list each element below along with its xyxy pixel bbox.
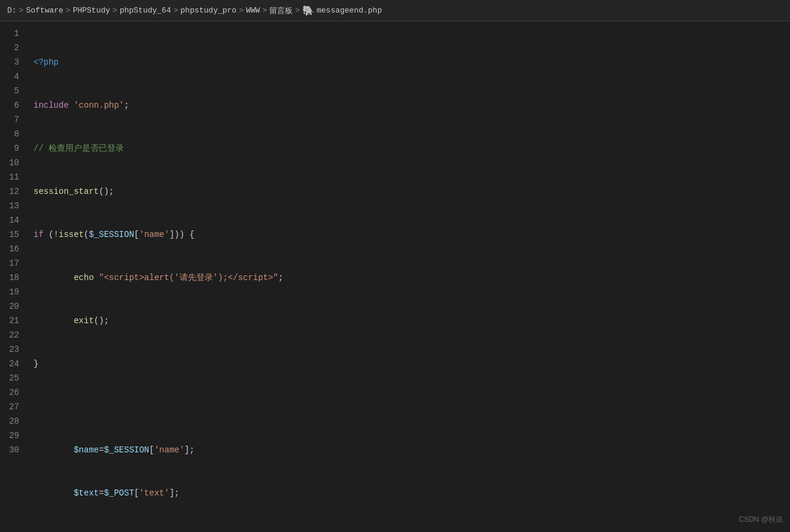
breadcrumb: D: > Software > PHPStudy > phpStudy_64 >… — [0, 0, 790, 22]
line-num-25: 25 — [0, 371, 29, 385]
breadcrumb-www[interactable]: WWW — [246, 6, 260, 15]
line-numbers: 1 2 3 4 5 6 7 8 9 10 11 12 13 14 15 16 1… — [0, 22, 29, 532]
line-num-22: 22 — [0, 328, 29, 342]
code-line-6: echo "<script>alert('请先登录');</script>"; — [34, 270, 790, 285]
sep4: > — [174, 6, 178, 15]
line-num-21: 21 — [0, 314, 29, 328]
line-num-1: 1 — [0, 26, 29, 41]
line-num-6: 6 — [0, 98, 29, 113]
line-num-24: 24 — [0, 357, 29, 371]
watermark: CSDN @秋说 — [739, 515, 783, 525]
line-num-20: 20 — [0, 299, 29, 314]
code-line-7: exit(); — [34, 314, 790, 328]
code-line-9 — [34, 400, 790, 414]
code-line-2: include 'conn.php'; — [34, 98, 790, 113]
line-num-16: 16 — [0, 242, 29, 256]
line-num-18: 18 — [0, 270, 29, 285]
line-num-3: 3 — [0, 55, 29, 69]
code-line-8: } — [34, 357, 790, 371]
code-line-3: // 检查用户是否已登录 — [34, 141, 790, 156]
breadcrumb-file[interactable]: messageend.php — [317, 6, 382, 15]
breadcrumb-phpstudy64[interactable]: phpStudy_64 — [120, 6, 171, 15]
line-num-7: 7 — [0, 113, 29, 127]
line-num-4: 4 — [0, 69, 29, 84]
line-num-27: 27 — [0, 400, 29, 414]
code-line-10: $name=$_SESSION['name']; — [34, 443, 790, 457]
line-num-12: 12 — [0, 184, 29, 199]
code-line-4: session_start(); — [34, 184, 790, 199]
sep2: > — [66, 6, 71, 15]
php-elephant-icon: 🐘 — [302, 5, 314, 17]
line-num-14: 14 — [0, 213, 29, 227]
sep6: > — [262, 6, 267, 15]
line-num-30: 30 — [0, 443, 29, 457]
line-num-23: 23 — [0, 342, 29, 357]
line-num-10: 10 — [0, 156, 29, 170]
line-num-15: 15 — [0, 227, 29, 242]
code-line-5: if (!isset($_SESSION['name'])) { — [34, 227, 790, 242]
code-editor: 1 2 3 4 5 6 7 8 9 10 11 12 13 14 15 16 1… — [0, 22, 790, 532]
line-num-2: 2 — [0, 41, 29, 55]
breadcrumb-folder[interactable]: 留言板 — [269, 5, 293, 16]
breadcrumb-phpstudy[interactable]: PHPStudy — [73, 6, 110, 15]
line-num-29: 29 — [0, 428, 29, 443]
line-num-19: 19 — [0, 285, 29, 299]
code-content[interactable]: <?php include 'conn.php'; // 检查用户是否已登录 s… — [29, 22, 790, 532]
sep1: > — [19, 6, 24, 15]
sep5: > — [239, 6, 244, 15]
line-num-13: 13 — [0, 199, 29, 213]
line-num-17: 17 — [0, 256, 29, 270]
breadcrumb-drive: D: — [7, 6, 17, 15]
line-num-26: 26 — [0, 385, 29, 400]
code-line-12: $createtime=date('Y-m-d H:i:s'); — [34, 529, 790, 532]
code-line-1: <?php — [34, 55, 790, 69]
line-num-28: 28 — [0, 414, 29, 428]
line-num-9: 9 — [0, 141, 29, 156]
breadcrumb-software[interactable]: Software — [26, 6, 63, 15]
line-num-8: 8 — [0, 127, 29, 141]
breadcrumb-phpstudy-pro[interactable]: phpstudy_pro — [181, 6, 237, 15]
sep3: > — [113, 6, 117, 15]
line-num-5: 5 — [0, 84, 29, 98]
sep7: > — [295, 6, 300, 15]
code-line-11: $text=$_POST['text']; — [34, 486, 790, 500]
line-num-11: 11 — [0, 170, 29, 184]
